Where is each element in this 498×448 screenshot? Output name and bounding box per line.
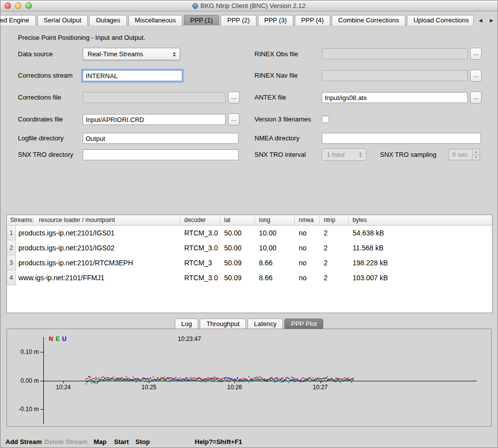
map-button[interactable]: Map (94, 438, 107, 446)
table-row[interactable]: 1 products.igs-ip.net:2101/IGS01 RTCM_3.… (7, 225, 492, 240)
rinex-obs-browse-button[interactable]: ... (470, 48, 482, 60)
y-tick-label: 0.00 m (8, 377, 39, 384)
app-icon (191, 2, 198, 9)
coordinates-file-browse-button[interactable]: ... (228, 113, 240, 125)
cell-mountpoint: products.igs-ip.net:2101/IGS02 (16, 240, 180, 255)
tab-combine-corrections[interactable]: Combine Corrections (332, 15, 405, 25)
coordinates-file-input[interactable] (83, 114, 226, 125)
col-long[interactable]: long (255, 215, 295, 225)
tab-outages[interactable]: Outages (89, 15, 126, 25)
snx-tro-directory-input[interactable] (83, 149, 239, 160)
tab-ppp-plot[interactable]: PPP Plot (284, 319, 323, 329)
tab-upload-corrections[interactable]: Upload Corrections (407, 15, 475, 25)
row-number[interactable]: 2 (7, 240, 16, 255)
x-tick-label: 10:26 (222, 384, 247, 391)
streams-table-header: Streams: resource loader / mountpoint de… (7, 215, 492, 225)
snx-tro-interval-select[interactable]: 1 hour (322, 148, 367, 161)
cell-nmea: no (295, 240, 320, 255)
corrections-stream-label: Corrections stream (18, 72, 73, 79)
tab-scroll-right-icon[interactable]: ▶ (489, 18, 495, 23)
cell-mountpoint: products.igs-ip.net:2101/RTCM3EPH (16, 255, 180, 270)
close-button[interactable] (4, 2, 11, 9)
table-row[interactable]: 4 www.igs-ip.net:2101/FFMJ1 RTCM_3.0 50.… (7, 270, 492, 285)
antex-browse-button[interactable]: ... (470, 92, 482, 104)
chevron-up-down-icon (357, 152, 365, 157)
col-ntrip[interactable]: ntrip (320, 215, 349, 225)
snx-tro-sampling-spinner[interactable]: 0 sec (449, 149, 480, 160)
data-source-select[interactable]: Real-Time Streams (83, 48, 180, 60)
zoom-button[interactable] (25, 2, 32, 9)
plot-tab-bar: Log Throughput Latency PPP Plot (0, 319, 498, 329)
cell-lat: 50.09 (220, 255, 255, 270)
col-lat[interactable]: lat (220, 215, 255, 225)
cell-long: 8.66 (255, 255, 295, 270)
cell-mountpoint: www.igs-ip.net:2101/FFMJ1 (16, 270, 180, 285)
cell-nmea: no (295, 255, 320, 270)
antex-file-label: ANTEX file (254, 94, 286, 101)
minimize-button[interactable] (15, 2, 21, 9)
rinex-nav-browse-button[interactable]: ... (470, 70, 482, 82)
tab-serial-output[interactable]: Serial Output (37, 15, 88, 25)
version3-filenames-checkbox[interactable] (322, 115, 329, 123)
tab-ppp-4[interactable]: PPP (4) (295, 15, 330, 25)
delete-stream-button[interactable]: Delete Stream (44, 438, 88, 446)
rinex-obs-file-input[interactable] (322, 48, 468, 59)
col-decoder[interactable]: decoder (180, 215, 220, 225)
nmea-directory-label: NMEA directory (254, 134, 299, 142)
rinex-obs-file-label: RINEX Obs file (254, 50, 298, 58)
tab-throughput[interactable]: Throughput (200, 319, 246, 329)
x-tick-label: 10:25 (136, 384, 161, 391)
row-number[interactable]: 3 (7, 255, 16, 270)
spinner-arrows-icon[interactable] (472, 149, 480, 160)
col-mountpoint[interactable]: Streams: resource loader / mountpoint (7, 215, 180, 225)
cell-mountpoint: products.igs-ip.net:2101/IGS01 (16, 225, 180, 240)
col-nmea[interactable]: nmea (295, 215, 320, 225)
cell-ntrip: 2 (320, 255, 349, 270)
cell-bytes: 103.007 kB (349, 270, 492, 285)
start-button[interactable]: Start (114, 438, 129, 446)
corrections-file-label: Corrections file (18, 94, 61, 101)
row-number[interactable]: 1 (7, 225, 16, 240)
x-tick-label: 10:24 (51, 384, 76, 391)
plot-epoch-time: 10:23:47 (178, 336, 201, 342)
cell-bytes: 11.568 kB (349, 240, 492, 255)
tab-scroll-left-icon[interactable]: ◀ (478, 18, 484, 23)
table-row[interactable]: 3 products.igs-ip.net:2101/RTCM3EPH RTCM… (7, 255, 492, 270)
stop-button[interactable]: Stop (135, 438, 150, 446)
titlebar[interactable]: BKG Ntrip Client (BNC) Version 2.12 (0, 0, 498, 11)
corrections-stream-input[interactable] (83, 70, 182, 81)
snx-tro-directory-label: SNX TRO directory (18, 151, 73, 158)
tab-miscellaneous[interactable]: Miscellaneous (128, 15, 182, 25)
cell-decoder: RTCM_3.0 (180, 270, 220, 285)
logfile-directory-input[interactable] (83, 133, 239, 144)
table-row[interactable]: 2 products.igs-ip.net:2101/IGS02 RTCM_3.… (7, 240, 492, 255)
rinex-nav-file-label: RINEX Nav file (254, 72, 298, 79)
corrections-file-browse-button[interactable]: ... (228, 92, 240, 104)
tab-ppp-2[interactable]: PPP (2) (221, 15, 256, 25)
antex-file-input[interactable] (322, 92, 468, 103)
x-tick-label: 10:27 (308, 384, 333, 391)
page-title: Precise Point Positioning - Input and Ou… (18, 34, 145, 41)
tab-feed-engine[interactable]: ed Engine (0, 15, 36, 25)
cell-bytes: 198.228 kB (349, 255, 492, 270)
cell-long: 10.00 (255, 240, 295, 255)
tab-latency[interactable]: Latency (248, 319, 283, 329)
corrections-file-input[interactable] (83, 92, 226, 103)
cell-decoder: RTCM_3.0 (180, 240, 220, 255)
streams-table: Streams: resource loader / mountpoint de… (6, 215, 493, 313)
row-number[interactable]: 4 (7, 270, 16, 285)
nmea-directory-input[interactable] (322, 133, 481, 144)
add-stream-button[interactable]: Add Stream (5, 438, 42, 446)
logfile-directory-label: Logfile directory (18, 134, 64, 142)
snx-tro-interval-value: 1 hour (327, 151, 354, 158)
tab-ppp-1[interactable]: PPP (1) (184, 15, 219, 25)
tab-ppp-3[interactable]: PPP (3) (258, 15, 293, 25)
rinex-nav-file-input[interactable] (322, 70, 468, 81)
tab-log[interactable]: Log (175, 319, 199, 329)
snx-tro-sampling-value: 0 sec (449, 149, 472, 160)
window-title: BKG Ntrip Client (BNC) Version 2.12 (201, 2, 306, 9)
col-bytes[interactable]: bytes (349, 215, 492, 225)
coordinates-file-label: Coordinates file (18, 115, 63, 123)
bnc-window: { "window": { "title": "BKG Ntrip Client… (0, 0, 498, 448)
tab-scrollers: ◀ ▶ (473, 15, 498, 25)
